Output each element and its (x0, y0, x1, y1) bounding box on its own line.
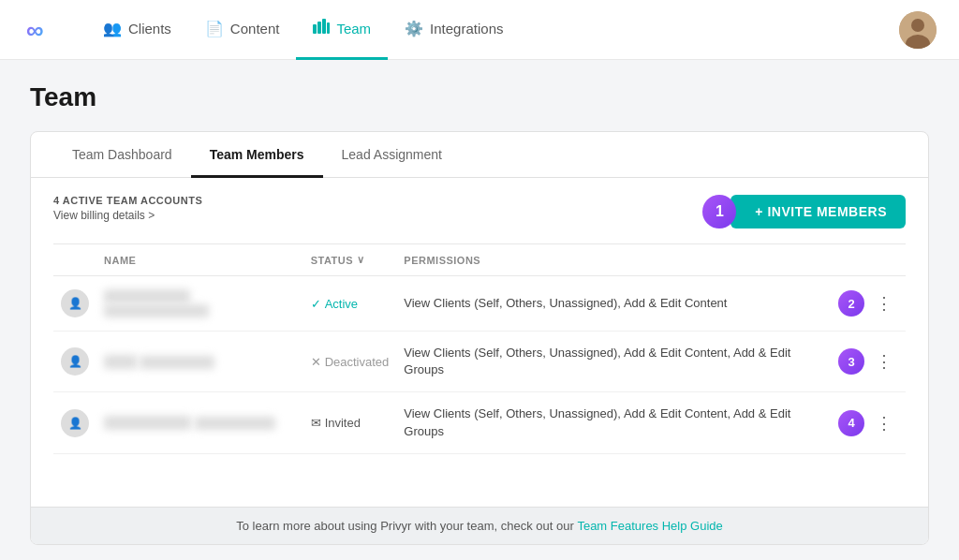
team-icon (313, 19, 330, 37)
action-menu-button[interactable]: ⋮ (870, 347, 898, 376)
row-badge: 2 (838, 290, 864, 317)
billing-link[interactable]: View billing details > (53, 209, 155, 222)
row-badge: 3 (838, 348, 864, 375)
active-accounts-info: 4 ACTIVE TEAM ACCOUNTS View billing deta… (53, 195, 202, 223)
member-email: email@example.com (104, 304, 209, 317)
table-row: 👤 email@abc.com email@abc.com ✉ Invited (53, 392, 906, 453)
svg-rect-3 (322, 19, 326, 34)
svg-rect-4 (327, 22, 330, 34)
tab-team-dashboard[interactable]: Team Dashboard (53, 132, 191, 178)
nav-item-clients-label: Clients (128, 21, 171, 37)
card-footer: To learn more about using Privyr with yo… (31, 507, 928, 544)
svg-point-6 (911, 19, 924, 32)
main-content: Team Team Dashboard Team Members Lead As… (0, 60, 959, 560)
status-active: ✓ Active (311, 297, 390, 311)
member-email: email@ex.com (140, 356, 214, 369)
top-navigation: ∞ 👥 Clients 📄 Content Team ⚙️ Int (0, 0, 959, 60)
table-header-row: NAME STATUS ∨ PERMISSIONS (53, 244, 906, 276)
app-logo[interactable]: ∞ (22, 13, 56, 47)
nav-items: 👥 Clients 📄 Content Team ⚙️ Integrations (86, 0, 899, 60)
avatar[interactable] (899, 11, 937, 49)
member-avatar: 👤 (61, 409, 89, 437)
team-card: Team Dashboard Team Members Lead Assignm… (30, 131, 929, 545)
card-body: 4 ACTIVE TEAM ACCOUNTS View billing deta… (31, 178, 928, 507)
action-menu-button[interactable]: ⋮ (870, 289, 898, 317)
permissions-text: View Clients (Self, Others, Unassigned),… (404, 346, 790, 376)
svg-rect-2 (317, 22, 321, 34)
member-name: Name (104, 355, 137, 369)
table-row: 👤 Name email@ex.com ✕ Deactivated (53, 332, 906, 392)
member-actions-cell: 2 ⋮ (831, 276, 906, 332)
th-permissions: PERMISSIONS (396, 244, 831, 276)
member-status-cell: ✕ Deactivated (303, 332, 397, 392)
permissions-text: View Clients (Self, Others, Unassigned),… (404, 406, 790, 437)
sort-icon: ∨ (357, 254, 365, 266)
clients-icon: 👥 (103, 20, 122, 37)
member-name-cell: email@abc.com email@abc.com (96, 392, 303, 453)
tab-team-members[interactable]: Team Members (191, 132, 323, 178)
member-permissions-cell: View Clients (Self, Others, Unassigned),… (396, 392, 831, 453)
footer-help-link[interactable]: Team Features Help Guide (577, 519, 722, 533)
svg-text:∞: ∞ (26, 16, 44, 44)
th-name: NAME (96, 244, 303, 276)
member-avatar-cell: 👤 (53, 276, 96, 332)
nav-item-content[interactable]: 📄 Content (188, 0, 297, 60)
footer-text: To learn more about using Privyr with yo… (236, 519, 577, 533)
active-accounts-label: 4 ACTIVE TEAM ACCOUNTS (53, 195, 202, 206)
member-actions-cell: 4 ⋮ (831, 392, 906, 453)
page-title: Team (30, 82, 929, 112)
nav-item-team-label: Team (336, 21, 371, 37)
active-accounts-bar: 4 ACTIVE TEAM ACCOUNTS View billing deta… (53, 195, 906, 228)
th-actions (831, 244, 906, 276)
nav-item-team[interactable]: Team (296, 0, 388, 60)
envelope-icon: ✉ (311, 416, 321, 430)
member-avatar: 👤 (61, 289, 89, 317)
member-name: First Last Name (104, 289, 190, 303)
nav-item-content-label: Content (230, 21, 280, 37)
check-icon: ✓ (311, 297, 321, 311)
member-avatar: 👤 (61, 347, 89, 376)
member-avatar-cell: 👤 (53, 392, 96, 453)
nav-item-integrations-label: Integrations (430, 21, 503, 37)
member-permissions-cell: View Clients (Self, Others, Unassigned),… (396, 276, 831, 332)
nav-item-integrations[interactable]: ⚙️ Integrations (388, 0, 520, 60)
content-icon: 📄 (205, 20, 224, 37)
member-status-cell: ✉ Invited (303, 392, 397, 453)
th-avatar (53, 244, 96, 276)
member-actions-cell: 3 ⋮ (831, 332, 906, 392)
tab-lead-assignment[interactable]: Lead Assignment (323, 132, 461, 178)
nav-item-clients[interactable]: 👥 Clients (86, 0, 188, 60)
row-actions: 3 ⋮ (838, 347, 898, 376)
th-status[interactable]: STATUS ∨ (303, 244, 397, 276)
invite-button-wrap: 1 + INVITE MEMBERS (702, 195, 906, 228)
row-badge: 4 (838, 410, 864, 436)
action-menu-button[interactable]: ⋮ (870, 409, 898, 437)
member-status-cell: ✓ Active (303, 276, 397, 332)
x-icon: ✕ (311, 355, 321, 369)
permissions-text: View Clients (Self, Others, Unassigned),… (404, 296, 727, 310)
member-name: email@abc.com (104, 416, 191, 430)
member-avatar-cell: 👤 (53, 332, 96, 392)
row-actions: 2 ⋮ (838, 289, 898, 317)
integrations-icon: ⚙️ (405, 20, 423, 37)
status-invited: ✉ Invited (311, 416, 390, 430)
member-name-cell: First Last Name email@example.com (96, 276, 303, 332)
tab-bar: Team Dashboard Team Members Lead Assignm… (31, 132, 928, 178)
member-name-cell: Name email@ex.com (96, 332, 303, 392)
members-table: NAME STATUS ∨ PERMISSIONS (53, 243, 906, 454)
invite-members-button[interactable]: + INVITE MEMBERS (730, 195, 906, 228)
table-row: 👤 First Last Name email@example.com ✓ Ac… (53, 276, 906, 332)
row-actions: 4 ⋮ (838, 409, 898, 437)
member-email: email@abc.com (195, 417, 275, 430)
status-deactivated: ✕ Deactivated (311, 355, 390, 369)
member-permissions-cell: View Clients (Self, Others, Unassigned),… (396, 332, 831, 392)
svg-rect-1 (313, 24, 317, 34)
